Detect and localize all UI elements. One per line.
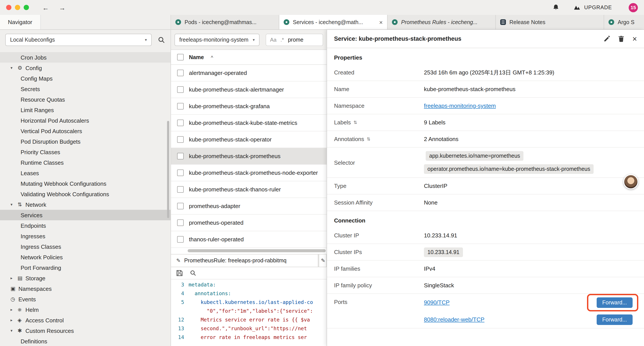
namespace-filter-select[interactable]: freeleaps-monitoring-system ▾: [174, 33, 260, 46]
expand-toggle-icon[interactable]: ⇅: [367, 137, 370, 141]
row-checkbox[interactable]: [177, 70, 184, 76]
sidebar-tree-item[interactable]: Horizontal Pod Autoscalers: [0, 115, 170, 126]
table-row[interactable]: kube-prometheus-stack-thanos-ruler: [171, 181, 326, 198]
table-row[interactable]: kube-prometheus-stack-prometheus: [171, 148, 326, 165]
sidebar-tree-item[interactable]: Definitions: [0, 336, 170, 346]
sidebar-tree-item[interactable]: Secrets: [0, 84, 170, 94]
close-icon[interactable]: ×: [632, 35, 637, 43]
row-checkbox[interactable]: [177, 103, 184, 109]
sidebar-tree-item[interactable]: Priority Classes: [0, 147, 170, 157]
kubeconfig-selector[interactable]: Local Kubeconfigs ▾: [5, 34, 152, 46]
row-checkbox[interactable]: [177, 219, 184, 226]
horizontal-scrollbar-thumb[interactable]: [188, 249, 326, 252]
tree-chevron-icon[interactable]: ▸: [10, 276, 18, 280]
user-avatar[interactable]: [624, 174, 638, 189]
dock-tab-label: PrometheusRule: freeleaps-prod-rabbitmq: [184, 258, 286, 264]
sidebar-tree-item[interactable]: ▾ ✱ Custom Resources: [0, 326, 170, 336]
sidebar-tree-item[interactable]: ▸ ◈ Access Control: [0, 315, 170, 326]
port-link[interactable]: 9090/TCP: [424, 299, 450, 306]
notification-count-badge[interactable]: 15: [629, 3, 638, 12]
navigator-sidebar: Local Kubeconfigs ▾ Cron Jobs ▾ ⚙: [0, 30, 171, 346]
delete-trash-icon[interactable]: [618, 35, 624, 42]
table-row[interactable]: kube-prometheus-stack-prometheus-node-ex…: [171, 165, 326, 181]
tree-chevron-icon[interactable]: ▾: [10, 66, 18, 70]
table-row[interactable]: prometheus-adapter: [171, 198, 326, 215]
notifications-bell-icon[interactable]: [552, 4, 560, 11]
tree-chevron-icon[interactable]: ▸: [10, 308, 18, 312]
row-checkbox[interactable]: [177, 186, 184, 193]
expand-toggle-icon[interactable]: ⇅: [354, 120, 357, 125]
select-all-checkbox[interactable]: [177, 54, 184, 60]
sidebar-tree-item[interactable]: Runtime Classes: [0, 157, 170, 168]
save-icon[interactable]: [176, 270, 183, 276]
sidebar-scrollbar[interactable]: [167, 121, 169, 218]
row-checkbox[interactable]: [177, 203, 184, 209]
editor-tab[interactable]: Services - icecheng@math... ×: [279, 15, 388, 29]
sidebar-tree-item[interactable]: Network Policies: [0, 252, 170, 262]
sidebar-tree-item[interactable]: Endpoints: [0, 220, 170, 231]
upgrade-button[interactable]: UPGRADE: [574, 4, 612, 10]
tree-chevron-icon[interactable]: ▸: [10, 318, 18, 322]
table-row[interactable]: prometheus-operated: [171, 215, 326, 231]
sidebar-tree-item[interactable]: ▸ ▤ Storage: [0, 273, 170, 283]
row-checkbox[interactable]: [177, 136, 184, 143]
sidebar-tree-item[interactable]: Cron Jobs: [0, 52, 170, 63]
tree-item-label: Mutating Webhook Configurations: [20, 180, 106, 187]
editor-tab[interactable]: Pods - icecheng@mathmas...: [171, 15, 279, 29]
port-link[interactable]: 8080:reloader-web/TCP: [424, 316, 484, 323]
dock-tab-partial[interactable]: ✎: [319, 255, 326, 267]
sidebar-tree-item[interactable]: Ingresses: [0, 231, 170, 241]
table-row[interactable]: kube-prometheus-stack-alertmanager: [171, 81, 326, 98]
forward-arrow-icon[interactable]: →: [58, 4, 67, 11]
back-arrow-icon[interactable]: ←: [41, 4, 50, 11]
sidebar-tree-item[interactable]: Config Maps: [0, 73, 170, 84]
sidebar-tree-item[interactable]: Vertical Pod Autoscalers: [0, 126, 170, 136]
sidebar-tree-item[interactable]: Ingress Classes: [0, 241, 170, 252]
row-checkbox[interactable]: [177, 86, 184, 93]
forward-button[interactable]: Forward...: [596, 314, 632, 325]
table-row[interactable]: thanos-ruler-operated: [171, 231, 326, 248]
sidebar-tree-item[interactable]: ▾ ⇅ Network: [0, 199, 170, 210]
minimize-window-button[interactable]: [15, 5, 20, 10]
sidebar-search-icon[interactable]: [158, 36, 165, 43]
table-row[interactable]: kube-prometheus-stack-kube-state-metrics: [171, 115, 326, 131]
tree-chevron-icon[interactable]: ▾: [10, 202, 18, 207]
search-input[interactable]: Aa .* prome: [266, 33, 323, 46]
namespace-link[interactable]: freeleaps-monitoring-system: [424, 102, 496, 109]
editor-tab[interactable]: Argo S: [604, 15, 644, 29]
editor-search-icon[interactable]: [190, 270, 196, 276]
yaml-editor[interactable]: 3 metadata: 4 annotations: 5 kubectl.kub…: [171, 280, 326, 346]
editor-tab[interactable]: Release Notes: [496, 15, 604, 29]
row-checkbox[interactable]: [177, 120, 184, 126]
table-row[interactable]: kube-prometheus-stack-operator: [171, 131, 326, 148]
table-row[interactable]: kube-prometheus-stack-grafana: [171, 98, 326, 115]
sidebar-tree-item[interactable]: ▣ Namespaces: [0, 283, 170, 294]
row-checkbox[interactable]: [177, 236, 184, 243]
sidebar-tree-item[interactable]: ▾ ⚙ Config: [0, 63, 170, 73]
sidebar-tree-item[interactable]: Validating Webhook Configurations: [0, 189, 170, 199]
editor-tab[interactable]: Prometheus Rules - icecheng...: [388, 15, 496, 29]
sidebar-tree-item[interactable]: Limit Ranges: [0, 105, 170, 115]
sidebar-tree-item[interactable]: Pod Disruption Budgets: [0, 136, 170, 147]
row-checkbox[interactable]: [177, 153, 184, 159]
sidebar-tree-item[interactable]: Mutating Webhook Configurations: [0, 178, 170, 189]
dock-tab-prometheusrule[interactable]: ✎ PrometheusRule: freeleaps-prod-rabbitm…: [171, 255, 318, 267]
close-window-button[interactable]: [6, 5, 12, 10]
match-case-toggle[interactable]: Aa: [270, 36, 276, 43]
zoom-window-button[interactable]: [24, 5, 29, 10]
sidebar-tree-item[interactable]: ▸ ⎈ Helm: [0, 304, 170, 315]
row-checkbox[interactable]: [177, 169, 184, 176]
sidebar-tree-item[interactable]: Resource Quotas: [0, 94, 170, 105]
sort-ascending-icon[interactable]: ^: [211, 54, 213, 60]
forward-button[interactable]: Forward...: [596, 297, 632, 308]
tree-chevron-icon[interactable]: ▾: [10, 329, 18, 333]
close-tab-icon[interactable]: ×: [379, 19, 383, 25]
regex-toggle[interactable]: .*: [280, 36, 284, 43]
sidebar-tree-item[interactable]: ◷ Events: [0, 294, 170, 304]
edit-pencil-icon[interactable]: [604, 35, 610, 42]
sidebar-tree-item[interactable]: Services: [0, 210, 170, 220]
sidebar-tree-item[interactable]: Leases: [0, 168, 170, 178]
name-column-header[interactable]: Name: [189, 54, 204, 60]
table-row[interactable]: alertmanager-operated: [171, 65, 326, 81]
sidebar-tree-item[interactable]: Port Forwarding: [0, 262, 170, 273]
